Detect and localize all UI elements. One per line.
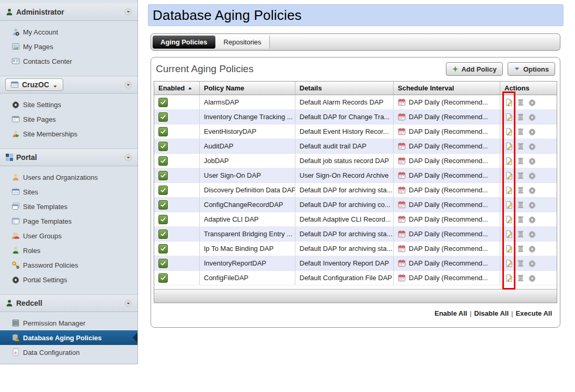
collapse-chevron-icon[interactable] (124, 8, 132, 16)
column-icon[interactable] (516, 157, 525, 165)
sidebar-item-database-aging-policies[interactable]: Database Aging Policies (0, 330, 137, 345)
column-header-policy-name[interactable]: Policy Name (200, 82, 295, 95)
sidebar-item-roles[interactable]: Roles (0, 243, 137, 258)
gear-icon[interactable] (528, 215, 536, 224)
column-header-details[interactable]: Details (295, 82, 394, 95)
column-icon[interactable] (516, 171, 525, 180)
column-header-schedule-interval[interactable]: Schedule Interval (394, 82, 500, 95)
gear-icon[interactable] (528, 113, 536, 121)
enabled-checkbox[interactable] (158, 156, 168, 166)
enabled-checkbox[interactable] (158, 273, 168, 283)
column-icon[interactable] (516, 215, 525, 224)
sidebar-section-header-cruzoc[interactable]: CruzOC (0, 76, 137, 94)
bulk-action-links: Enable All|Disable All|Execute All (434, 309, 552, 317)
gear-icon[interactable] (528, 245, 536, 253)
tab-aging-policies[interactable]: Aging Policies (153, 36, 215, 49)
sidebar-item-my-account[interactable]: My Account (0, 25, 137, 39)
sidebar-item-users-and-organizations[interactable]: Users and Organizations (0, 170, 137, 185)
column-header-enabled[interactable]: Enabled (154, 82, 200, 95)
column-icon[interactable] (516, 113, 525, 121)
sidebar-item-contacts-center[interactable]: Contacts Center (0, 54, 137, 68)
sidebar-item-portal-settings[interactable]: Portal Settings (0, 272, 137, 287)
disable-all-link[interactable]: Disable All (474, 309, 509, 317)
sidebar-item-password-policies[interactable]: Password Policies (0, 258, 137, 272)
enabled-checkbox[interactable] (158, 229, 168, 239)
cell-details: Default Event History Recor... (295, 124, 394, 139)
edit-icon[interactable] (505, 245, 513, 253)
cell-schedule-interval: DAP Daily (Recommend... (394, 212, 500, 226)
column-icon[interactable] (516, 128, 525, 136)
execute-all-link[interactable]: Execute All (515, 309, 552, 317)
gear-icon[interactable] (528, 142, 536, 151)
gear-icon[interactable] (528, 186, 536, 194)
svg-text:c: c (14, 350, 17, 355)
edit-icon[interactable] (505, 274, 513, 282)
gear-icon[interactable] (528, 128, 536, 136)
column-icon[interactable] (516, 142, 525, 151)
enabled-checkbox[interactable] (158, 259, 168, 268)
edit-icon[interactable] (505, 215, 513, 224)
cell-policy-name: User Sign-On DAP (200, 168, 295, 182)
add-policy-button[interactable]: Add Policy (446, 62, 503, 76)
enabled-checkbox[interactable] (158, 171, 168, 180)
sidebar-item-site-templates[interactable]: Site Templates (0, 199, 137, 214)
sidebar-item-data-configuration[interactable]: cData Configuration (0, 345, 137, 360)
gear-icon[interactable] (528, 201, 536, 209)
edit-icon[interactable] (505, 186, 513, 194)
sidebar-item-site-settings[interactable]: Site Settings (0, 97, 137, 112)
enabled-checkbox[interactable] (158, 112, 168, 122)
options-button[interactable]: Options (508, 62, 555, 76)
enabled-checkbox[interactable] (158, 127, 168, 136)
edit-icon[interactable] (505, 157, 513, 165)
gear-icon[interactable] (528, 157, 536, 165)
calendar-icon (398, 274, 406, 282)
column-icon[interactable] (516, 201, 525, 209)
sidebar-section-header-redcell[interactable]: Redcell (0, 294, 137, 312)
sidebar-item-user-groups[interactable]: User Groups (0, 228, 137, 243)
collapse-chevron-icon[interactable] (124, 299, 132, 307)
sidebar-item-page-templates[interactable]: Page Templates (0, 214, 137, 228)
enabled-checkbox[interactable] (158, 244, 168, 253)
sidebar-section-header-portal[interactable]: Portal (0, 148, 137, 166)
enable-all-link[interactable]: Enable All (434, 309, 467, 317)
enabled-checkbox[interactable] (158, 98, 168, 107)
enabled-checkbox[interactable] (158, 215, 168, 224)
gear-icon[interactable] (528, 171, 536, 180)
cell-schedule-interval: DAP Daily (Recommend... (394, 168, 500, 182)
column-icon[interactable] (516, 98, 525, 107)
policy-row-ip-to-mac-binding-dap: Ip To Mac Binding DAPDefault DAP for arc… (154, 241, 557, 256)
enabled-checkbox[interactable] (158, 142, 168, 151)
sidebar-section-header-administrator[interactable]: Administrator (0, 3, 137, 21)
gear-icon[interactable] (528, 98, 536, 107)
column-icon[interactable] (516, 274, 525, 282)
cell-details: Default Adaptive CLI Record... (295, 212, 394, 226)
edit-icon[interactable] (505, 259, 513, 268)
cell-enabled (154, 241, 200, 256)
cell-actions (500, 271, 557, 285)
gear-icon[interactable] (528, 274, 536, 282)
enabled-checkbox[interactable] (158, 200, 168, 210)
sidebar-item-site-pages[interactable]: Site Pages (0, 112, 137, 126)
column-icon[interactable] (516, 245, 525, 253)
collapse-chevron-icon[interactable] (124, 154, 132, 162)
edit-icon[interactable] (505, 142, 513, 151)
edit-icon[interactable] (505, 201, 513, 209)
sidebar-item-my-pages[interactable]: My Pages (0, 39, 137, 54)
column-icon[interactable] (516, 230, 525, 238)
collapse-chevron-icon[interactable] (124, 81, 132, 89)
sidebar-item-site-memberships[interactable]: Site Memberships (0, 126, 137, 141)
column-icon[interactable] (516, 259, 525, 268)
sidebar-item-sites[interactable]: Sites (0, 185, 137, 199)
edit-icon[interactable] (505, 230, 513, 238)
column-icon[interactable] (516, 186, 525, 194)
gear-icon[interactable] (528, 259, 536, 268)
edit-icon[interactable] (505, 171, 513, 180)
edit-icon[interactable] (505, 128, 513, 136)
enabled-checkbox[interactable] (158, 186, 168, 195)
edit-icon[interactable] (505, 98, 513, 107)
tab-repositories[interactable]: Repositories (216, 36, 270, 49)
sidebar-item-permission-manager[interactable]: Permission Manager (0, 316, 137, 330)
edit-icon[interactable] (505, 113, 513, 121)
gear-icon[interactable] (528, 230, 536, 238)
site-selector-button[interactable]: CruzOC (5, 78, 63, 91)
